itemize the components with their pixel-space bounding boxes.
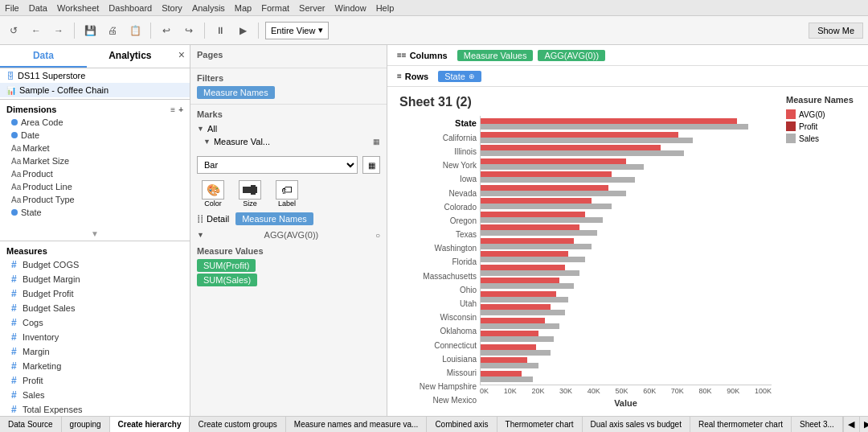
marks-label-btn[interactable]: 🏷 Label bbox=[271, 180, 303, 208]
measure-budget-profit[interactable]: # Budget Profit bbox=[0, 286, 190, 301]
columns-pill-agg-label: AGG(AVG(0)) bbox=[544, 51, 599, 60]
dim-area-code[interactable]: Area Code bbox=[0, 116, 190, 129]
marks-all-collapse[interactable]: ▼ bbox=[197, 125, 204, 133]
toolbar-print[interactable]: 🖨 bbox=[104, 22, 121, 39]
tab-scroll-left[interactable]: ◀ bbox=[843, 417, 859, 433]
chart-type-select[interactable]: Bar bbox=[197, 156, 358, 174]
chart-bars-area bbox=[480, 116, 772, 385]
toolbar-copy[interactable]: 📋 bbox=[126, 22, 144, 39]
menu-map[interactable]: Map bbox=[235, 3, 252, 13]
chart-area: Sheet 31 (2) StateCaliforniaIllinoisNew … bbox=[387, 87, 868, 416]
tab-create-custom-groups[interactable]: Create custom groups bbox=[190, 417, 285, 432]
mv-sales-pill[interactable]: SUM(Sales) bbox=[197, 274, 380, 288]
view-dropdown-label: Entire View bbox=[271, 26, 315, 35]
measure-profit[interactable]: # Profit bbox=[0, 373, 190, 388]
dim-product-type[interactable]: Aa Product Type bbox=[0, 193, 190, 206]
left-panel-close[interactable]: × bbox=[174, 45, 190, 68]
menu-help[interactable]: Help bbox=[376, 3, 395, 13]
source-item-coffee[interactable]: 📊 Sample - Coffee Chain bbox=[0, 83, 190, 97]
toolbar-nav-back[interactable]: → bbox=[50, 22, 68, 39]
dim-date[interactable]: Date bbox=[0, 129, 190, 142]
tab-data[interactable]: Data bbox=[0, 45, 87, 68]
tab-measure-names[interactable]: Measure names and measure va... bbox=[286, 417, 428, 432]
measure-budget-cogs[interactable]: # Budget COGS bbox=[0, 257, 190, 272]
menu-analysis[interactable]: Analysis bbox=[192, 3, 225, 13]
toolbar-redo[interactable]: ↪ bbox=[180, 22, 198, 39]
chart-type-icon-btn[interactable]: ▦ bbox=[362, 156, 380, 174]
toolbar-sep-2 bbox=[150, 23, 151, 39]
columns-pill-agg[interactable]: AGG(AVG(0)) bbox=[538, 50, 605, 61]
bars-container bbox=[481, 116, 772, 385]
marks-size-btn[interactable]: Size bbox=[234, 180, 266, 208]
measure-sales[interactable]: # Sales bbox=[0, 388, 190, 402]
view-dropdown[interactable]: Entire View ▾ bbox=[265, 22, 329, 39]
mv-profit-pill[interactable]: SUM(Profit) bbox=[197, 259, 380, 274]
dim-sort-icon[interactable]: ≡ bbox=[170, 105, 175, 114]
dim-product-line[interactable]: Aa Product Line bbox=[0, 180, 190, 193]
agg-circle-btn[interactable]: ○ bbox=[375, 231, 380, 240]
toolbar-sep-4 bbox=[258, 23, 259, 39]
tab-combined-axis[interactable]: Combined axis bbox=[427, 417, 497, 432]
menu-file[interactable]: File bbox=[5, 3, 19, 13]
measure-inventory[interactable]: # Inventory bbox=[0, 330, 190, 344]
marks-color-btn[interactable]: 🎨 Color bbox=[197, 180, 229, 208]
toolbar-run[interactable]: ▶ bbox=[234, 22, 252, 39]
columns-pill-measure-values[interactable]: Measure Values bbox=[457, 50, 534, 61]
dim-product[interactable]: Aa Product bbox=[0, 167, 190, 180]
size-label: Size bbox=[243, 200, 257, 208]
dim-state[interactable]: State bbox=[0, 206, 190, 219]
measure-total-expenses[interactable]: # Total Expenses bbox=[0, 402, 190, 416]
toolbar-undo[interactable]: ↩ bbox=[158, 22, 175, 39]
scroll-down-dims[interactable]: ▼ bbox=[0, 228, 190, 239]
toolbar-save[interactable]: 💾 bbox=[81, 22, 99, 39]
menu-story[interactable]: Story bbox=[162, 3, 182, 13]
y-label-new-mexico: New Mexico bbox=[433, 396, 477, 405]
toolbar-forward[interactable]: ← bbox=[27, 22, 45, 39]
agg-collapse[interactable]: ▼ bbox=[197, 231, 204, 239]
menu-worksheet[interactable]: Worksheet bbox=[57, 3, 99, 13]
detail-measure-names[interactable]: Measure Names bbox=[235, 212, 313, 225]
menu-dashboard[interactable]: Dashboard bbox=[108, 3, 152, 13]
bar-row-texas bbox=[481, 212, 772, 223]
show-me-button[interactable]: Show Me bbox=[809, 23, 863, 39]
tab-analytics[interactable]: Analytics bbox=[87, 45, 174, 68]
measure-label-margin: Margin bbox=[23, 347, 50, 356]
dim-add-icon[interactable]: + bbox=[178, 105, 183, 114]
tab-scroll-right[interactable]: ▶ bbox=[859, 417, 868, 433]
tab-data-source[interactable]: Data Source bbox=[0, 417, 62, 432]
rows-label: ≡ Rows bbox=[392, 70, 433, 83]
measure-label-inventory: Inventory bbox=[23, 332, 59, 342]
rows-pill-state[interactable]: State ⊕ bbox=[438, 71, 481, 82]
menu-format[interactable]: Format bbox=[261, 3, 289, 13]
tab-create-hierarchy[interactable]: Create hierarchy bbox=[110, 417, 190, 432]
dim-market-size[interactable]: Aa Market Size bbox=[0, 154, 190, 167]
menu-data[interactable]: Data bbox=[29, 3, 47, 13]
dim-market[interactable]: Aa Market bbox=[0, 142, 190, 154]
marks-sub-collapse[interactable]: ▼ bbox=[203, 138, 211, 146]
measure-budget-margin[interactable]: # Budget Margin bbox=[0, 272, 190, 286]
tab-grouping[interactable]: grouping bbox=[62, 417, 110, 432]
bar-row-utah bbox=[481, 278, 772, 289]
source-item-superstore[interactable]: 🗄 DS11 Superstore bbox=[0, 68, 190, 83]
db-icon: 🗄 bbox=[6, 72, 14, 80]
y-label-oklahoma: Oklahoma bbox=[440, 327, 477, 336]
toolbar-back[interactable]: ↺ bbox=[5, 22, 23, 39]
dim-text-market-size: Aa bbox=[11, 157, 19, 166]
measure-marketing[interactable]: # Marketing bbox=[0, 359, 190, 373]
dim-text-product-type: Aa bbox=[11, 195, 19, 204]
menu-server[interactable]: Server bbox=[299, 3, 325, 13]
toolbar-pause[interactable]: ⏸ bbox=[211, 22, 229, 39]
measure-budget-sales[interactable]: # Budget Sales bbox=[0, 301, 190, 315]
measure-cogs[interactable]: # Cogs bbox=[0, 315, 190, 330]
tab-thermometer-chart[interactable]: Thermometer chart bbox=[497, 417, 583, 432]
filter-measure-names[interactable]: Measure Names bbox=[197, 86, 275, 99]
columns-shelf: ≡≡ Columns Measure Values AGG(AVG(0)) bbox=[387, 45, 868, 66]
menu-window[interactable]: Window bbox=[335, 3, 366, 13]
measure-margin[interactable]: # Margin bbox=[0, 344, 190, 359]
tab-sheet3[interactable]: Sheet 3... bbox=[792, 417, 843, 432]
tab-dual-axis[interactable]: Dual axis sales vs budget bbox=[583, 417, 690, 432]
columns-pill-mv-label: Measure Values bbox=[464, 51, 527, 60]
tab-real-thermometer[interactable]: Real thermometer chart bbox=[690, 417, 792, 432]
dimensions-icons: ≡ + bbox=[170, 105, 183, 114]
y-axis-header-top: State bbox=[455, 118, 477, 128]
